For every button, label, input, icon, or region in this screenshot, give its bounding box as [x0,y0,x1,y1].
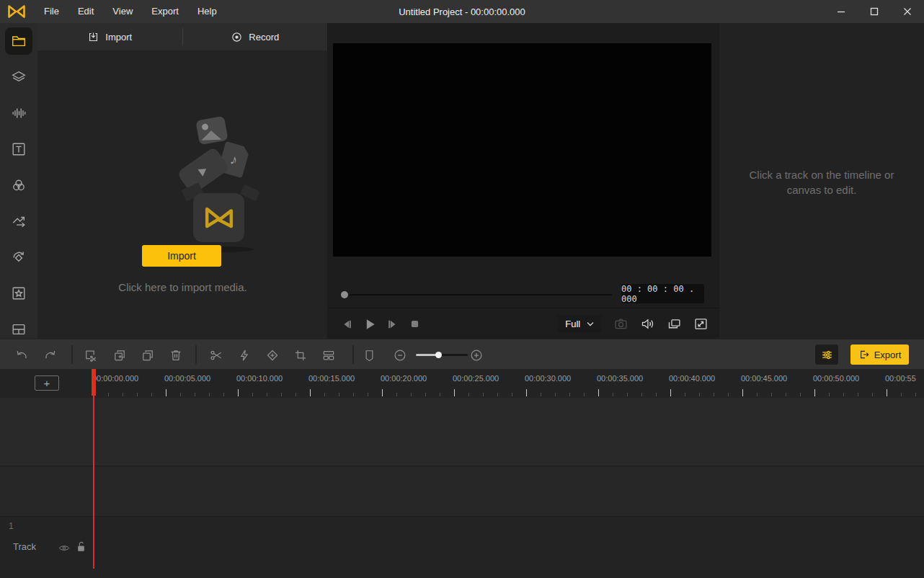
ruler-label: 00:00:05.000 [164,374,210,383]
marker-button[interactable] [361,347,377,363]
play-button[interactable] [362,316,378,332]
cut-selection-button[interactable] [83,347,99,363]
ruler-tick [296,393,296,396]
video-canvas[interactable] [333,43,711,257]
track-visibility-toggle[interactable] [58,543,70,553]
dual-screen-button[interactable] [667,316,682,332]
mute-button[interactable] [640,316,655,332]
ruler-tick [151,393,152,396]
next-frame-button[interactable] [384,316,400,332]
zoom-in-button[interactable] [468,347,484,363]
maximize-button[interactable] [858,0,891,23]
transitions-icon [11,213,27,229]
filters-icon [11,177,27,193]
ruler-tick [901,393,902,396]
playhead-handle[interactable] [92,369,96,396]
ruler-tick [512,393,512,396]
fullscreen-button[interactable] [693,316,708,332]
split-clip-button[interactable] [208,347,224,363]
sidebar-item-animations[interactable] [5,244,32,271]
window-controls [825,0,924,23]
tab-import[interactable]: Import [37,23,182,50]
track-lock-toggle[interactable] [76,541,86,553]
inspector-panel: Click a track on the timeline or canvas … [719,23,924,339]
ruler-label: 00:00:30.000 [525,374,571,383]
menu-view[interactable]: View [105,0,141,23]
add-track-button[interactable]: + [35,375,59,391]
sidebar-item-effects[interactable] [5,280,32,307]
redo-button[interactable] [43,347,58,363]
sliders-icon [820,348,834,362]
tab-record[interactable]: Record [183,23,328,50]
ruler-tick [353,393,354,396]
ruler-tick [468,393,469,396]
ruler-tick [656,393,657,396]
project-settings-button[interactable] [815,344,838,365]
sidebar-item-elements[interactable] [5,63,32,91]
sidebar-item-media[interactable] [5,27,32,55]
menu-export[interactable]: Export [143,0,187,23]
toolbar-separator [71,345,73,364]
ruler-tick [483,393,484,396]
ruler-label: 00:00:00.000 [92,374,138,383]
copy-button[interactable] [140,347,156,363]
menu-bar: File Edit View Export Help [36,0,225,23]
timeline-row-1[interactable] [0,398,924,466]
snapshot-button[interactable] [613,316,628,332]
track-header[interactable]: 1 Track [0,517,924,568]
ruler-tick [613,393,613,396]
ruler-tick [685,393,685,396]
toolbar-separator [352,345,354,364]
ruler-tick [454,389,455,396]
ruler-tick [584,393,585,396]
duplicate-button[interactable] [112,347,128,363]
unlock-icon [76,541,86,553]
menu-help[interactable]: Help [190,0,225,23]
record-icon [231,31,243,43]
app-window: File Edit View Export Help Untitled Proj… [0,0,924,578]
media-panel: Import Record ♪ Import Click here to imp… [37,23,328,339]
zoom-out-button[interactable] [392,347,408,363]
menu-file[interactable]: File [36,0,67,23]
tab-import-label: Import [105,32,132,43]
undo-button[interactable] [14,347,30,363]
sidebar-item-transitions[interactable] [5,208,32,235]
keyframe-button[interactable] [265,347,280,363]
ruler-tick [742,389,743,396]
text-icon [11,141,27,157]
split-screen-button[interactable] [321,347,337,363]
sidebar-item-filters[interactable] [5,172,32,199]
import-button[interactable]: Import [142,245,221,267]
delete-button[interactable] [168,347,184,363]
crop-button[interactable] [293,347,308,363]
export-button[interactable]: Export [850,344,909,365]
menu-edit[interactable]: Edit [70,0,102,23]
export-icon [858,349,870,360]
sidebar-item-audio[interactable] [5,99,32,127]
minimize-button[interactable] [825,0,858,23]
sidebar-item-text[interactable] [5,135,32,163]
ruler-label: 00:00:40.000 [669,374,715,383]
ruler-tick [209,393,210,396]
zoom-slider-knob[interactable] [435,352,442,358]
resolution-dropdown[interactable]: Full [557,315,602,333]
scrubber-row: 00 : 00 : 00 . 000 [328,281,719,308]
track-number: 1 [9,521,14,531]
ruler-tick [238,389,239,396]
speed-button[interactable] [236,347,252,363]
ruler-tick [310,389,311,396]
import-icon [87,31,99,43]
previous-frame-button[interactable] [339,316,355,332]
scrubber-handle[interactable] [341,291,348,298]
timeline-ruler[interactable]: 00:00:00.00000:00:05.00000:00:10.00000:0… [0,369,924,397]
ruler-tick [108,393,109,396]
stop-button[interactable] [407,316,422,332]
ruler-label: 00:00:10.000 [236,374,283,383]
ruler-tick [123,393,123,396]
timeline-row-2[interactable] [0,467,924,517]
timeline-zoom-slider[interactable] [416,354,468,356]
close-button[interactable] [891,0,924,23]
import-box-logo [193,193,244,242]
scrubber-track[interactable] [350,294,612,295]
ruler-tick [771,393,772,396]
